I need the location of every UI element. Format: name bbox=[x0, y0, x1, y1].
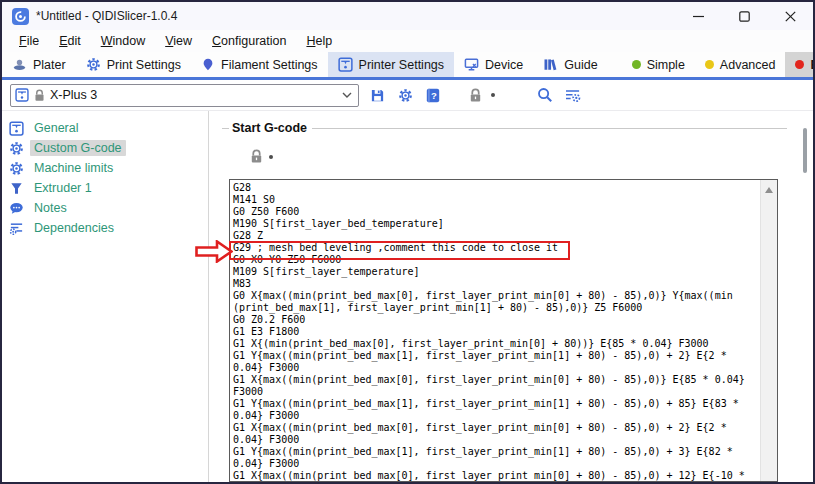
lock-state-dot-icon bbox=[269, 155, 273, 159]
settings-page: General Custom G-code Machine limits Ext… bbox=[2, 111, 813, 482]
lock-icon bbox=[34, 89, 45, 102]
dependencies-icon bbox=[9, 221, 24, 236]
help-book-icon[interactable]: ? bbox=[423, 85, 443, 105]
sidebar-item-extruder-1[interactable]: Extruder 1 bbox=[9, 178, 208, 198]
menu-bar: File Edit Window View Configuration Help bbox=[2, 30, 813, 52]
lock-icon[interactable] bbox=[250, 149, 263, 164]
menu-file[interactable]: File bbox=[10, 32, 48, 50]
extruder-funnel-icon bbox=[9, 181, 24, 196]
textarea-scrollbar[interactable] bbox=[760, 180, 777, 481]
tab-mode-expert[interactable]: Expert bbox=[785, 52, 815, 77]
sidebar-item-notes[interactable]: Notes bbox=[9, 198, 208, 218]
sidebar-item-machine-limits[interactable]: Machine limits bbox=[9, 158, 208, 178]
title-bar: *Untitled - QIDISlicer-1.0.4 bbox=[2, 2, 813, 30]
search-button[interactable] bbox=[535, 85, 555, 105]
plater-icon bbox=[12, 57, 27, 72]
sidebar-item-general[interactable]: General bbox=[9, 118, 208, 138]
window-title: *Untitled - QIDISlicer-1.0.4 bbox=[36, 9, 177, 23]
start-gcode-section-header: Start G-code bbox=[222, 121, 787, 135]
notes-bubble-icon bbox=[9, 201, 24, 216]
preset-toolbar: X-Plus 3 ? bbox=[2, 80, 813, 111]
scroll-up-arrow-icon[interactable] bbox=[765, 187, 773, 193]
tab-mode-advanced[interactable]: Advanced bbox=[695, 52, 786, 77]
panel-scrollbar-thumb[interactable] bbox=[803, 128, 807, 173]
lock-toggle-button[interactable] bbox=[465, 85, 485, 105]
menu-window[interactable]: Window bbox=[92, 32, 154, 50]
menu-configuration[interactable]: Configuration bbox=[203, 32, 295, 50]
tab-bar: Plater Print Settings Filament Settings … bbox=[2, 52, 813, 80]
svg-text:?: ? bbox=[431, 90, 437, 101]
device-monitor-icon bbox=[464, 57, 479, 72]
tab-mode-simple[interactable]: Simple bbox=[622, 52, 695, 77]
start-gcode-lock-row bbox=[250, 149, 273, 164]
sidebar-item-custom-gcode[interactable]: Custom G-code bbox=[9, 138, 208, 158]
maximize-button[interactable] bbox=[721, 2, 767, 30]
guide-books-icon bbox=[543, 57, 558, 72]
tab-filament-settings[interactable]: Filament Settings bbox=[191, 52, 328, 77]
custom-gcode-panel: Start G-code G28 M141 S0 G0 Z50 F600 M19… bbox=[209, 111, 813, 482]
gear-icon bbox=[9, 161, 24, 176]
tab-printer-settings[interactable]: Printer Settings bbox=[328, 52, 454, 77]
section-title: Start G-code bbox=[229, 121, 312, 135]
gcode-text[interactable]: G28 M141 S0 G0 Z50 F600 M190 S[first_lay… bbox=[230, 180, 777, 482]
filament-icon bbox=[201, 57, 215, 72]
menu-help[interactable]: Help bbox=[297, 32, 341, 50]
printer-icon bbox=[9, 121, 24, 136]
tab-print-settings[interactable]: Print Settings bbox=[76, 52, 191, 77]
gear-icon bbox=[86, 57, 101, 72]
start-gcode-textarea[interactable]: G28 M141 S0 G0 Z50 F600 M190 S[first_lay… bbox=[229, 179, 778, 482]
minimize-button[interactable] bbox=[675, 2, 721, 30]
sidebar-item-dependencies[interactable]: Dependencies bbox=[9, 218, 208, 238]
preset-value: X-Plus 3 bbox=[50, 88, 337, 102]
tab-device[interactable]: Device bbox=[454, 52, 533, 77]
tab-guide[interactable]: Guide bbox=[533, 52, 607, 77]
printer-icon bbox=[15, 88, 29, 102]
app-logo-icon bbox=[12, 8, 29, 25]
preset-settings-gear-button[interactable] bbox=[395, 85, 415, 105]
window-controls bbox=[675, 2, 813, 30]
gear-icon bbox=[9, 141, 24, 156]
printer-preset-combobox[interactable]: X-Plus 3 bbox=[10, 84, 359, 107]
expert-mode-dot-icon bbox=[795, 60, 804, 69]
menu-view[interactable]: View bbox=[156, 32, 201, 50]
settings-sidebar: General Custom G-code Machine limits Ext… bbox=[2, 111, 209, 482]
save-preset-button[interactable] bbox=[367, 85, 387, 105]
printer-icon bbox=[338, 57, 353, 72]
simple-mode-dot-icon bbox=[632, 60, 641, 69]
chevron-down-icon bbox=[342, 92, 352, 98]
tab-plater[interactable]: Plater bbox=[2, 52, 76, 77]
menu-edit[interactable]: Edit bbox=[50, 32, 90, 50]
lock-state-dot-icon bbox=[491, 93, 495, 97]
close-button[interactable] bbox=[767, 2, 813, 30]
app-window: *Untitled - QIDISlicer-1.0.4 File Edit W… bbox=[0, 0, 815, 484]
compare-settings-button[interactable] bbox=[563, 85, 583, 105]
advanced-mode-dot-icon bbox=[705, 60, 714, 69]
